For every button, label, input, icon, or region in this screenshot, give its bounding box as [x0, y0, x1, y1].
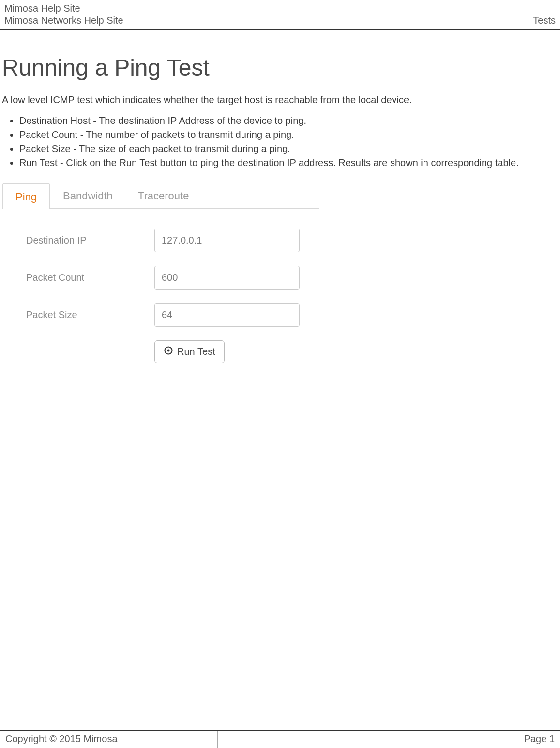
packet-size-input[interactable] — [154, 303, 300, 327]
list-item: Packet Count - The number of packets to … — [19, 128, 558, 141]
destination-ip-input[interactable] — [154, 229, 300, 252]
destination-ip-label: Destination IP — [26, 235, 154, 246]
page-header: Mimosa Help Site Mimosa Networks Help Si… — [0, 0, 560, 30]
tab-ping[interactable]: Ping — [2, 183, 50, 209]
page-footer: Copyright © 2015 Mimosa Page 1 — [0, 730, 560, 748]
button-row: Run Test — [26, 340, 314, 363]
description-list: Destination Host - The destination IP Ad… — [2, 114, 558, 169]
page-title: Running a Ping Test — [2, 54, 558, 81]
ui-screenshot: Ping Bandwidth Traceroute Destination IP… — [2, 183, 319, 368]
breadcrumb: Tests — [533, 15, 556, 27]
packet-size-label: Packet Size — [26, 309, 154, 321]
copyright-text: Copyright © 2015 Mimosa — [0, 731, 218, 748]
run-test-button[interactable]: Run Test — [154, 340, 225, 363]
list-item: Destination Host - The destination IP Ad… — [19, 114, 558, 127]
intro-text: A low level ICMP test which indicates wh… — [2, 94, 558, 106]
header-right: Tests — [231, 0, 560, 29]
packet-count-label: Packet Count — [26, 272, 154, 283]
site-title-line2: Mimosa Networks Help Site — [4, 15, 227, 27]
page-number: Page 1 — [218, 731, 560, 748]
target-icon — [164, 346, 173, 358]
form-row-packet-count: Packet Count — [26, 266, 314, 290]
tabs: Ping Bandwidth Traceroute — [2, 183, 319, 209]
site-title-line1: Mimosa Help Site — [4, 2, 227, 15]
form-row-packet-size: Packet Size — [26, 303, 314, 327]
form-row-destination-ip: Destination IP — [26, 229, 314, 252]
list-item: Run Test - Click on the Run Test button … — [19, 156, 558, 169]
svg-point-1 — [167, 350, 170, 352]
header-left: Mimosa Help Site Mimosa Networks Help Si… — [0, 0, 231, 29]
content: Running a Ping Test A low level ICMP tes… — [0, 30, 560, 368]
run-test-button-label: Run Test — [177, 346, 215, 357]
tab-traceroute[interactable]: Traceroute — [125, 183, 202, 208]
packet-count-input[interactable] — [154, 266, 300, 290]
list-item: Packet Size - The size of each packet to… — [19, 142, 558, 155]
ping-form: Destination IP Packet Count Packet Size … — [2, 209, 319, 368]
tab-bandwidth[interactable]: Bandwidth — [50, 183, 125, 208]
